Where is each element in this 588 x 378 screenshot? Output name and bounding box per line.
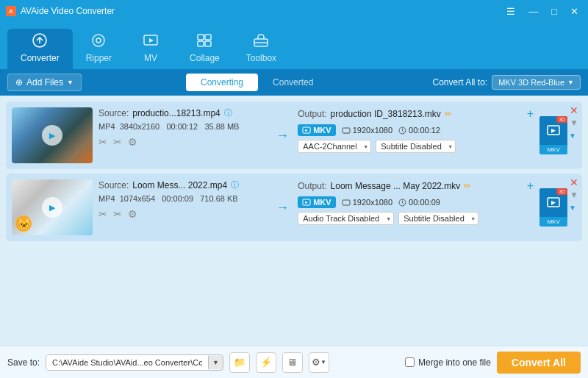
folder-icon: 📁: [234, 357, 245, 368]
output-thumb-badge-1: 3D: [556, 116, 567, 123]
settings-btn[interactable]: ⚙ ▼: [309, 352, 329, 373]
merge-label: Merge into one file: [418, 357, 491, 368]
svg-point-1: [93, 35, 104, 46]
tab-converted[interactable]: Converted: [258, 74, 328, 91]
title-bar-close-btn[interactable]: ✕: [567, 4, 582, 18]
subtitle-select-1[interactable]: Subtitle Disabled: [376, 140, 456, 153]
tab-converting[interactable]: Converting: [186, 74, 258, 91]
merge-checkbox-group: Merge into one file: [405, 357, 491, 368]
save-to-label: Save to:: [7, 357, 40, 368]
audio-track-select-1[interactable]: AAC-2Channel: [298, 140, 371, 153]
file-meta-1: MP4 3840x2160 00:00:12 35.88 MB: [98, 122, 267, 131]
convert-format-arrow-icon: ▼: [567, 79, 574, 86]
settings-icon-2[interactable]: ⚙: [128, 208, 137, 220]
subtitle-dropdown-1[interactable]: Subtitle Disabled: [376, 140, 456, 153]
add-output-icon-1[interactable]: +: [527, 107, 534, 121]
subtitle-dropdown-2[interactable]: Subtitle Disabled: [398, 212, 478, 225]
flash-btn[interactable]: ⚡: [256, 352, 276, 373]
output-format-row-1: MKV 1920x1080 00:00:12: [298, 124, 534, 136]
edit-icon-2[interactable]: ✏: [464, 181, 471, 191]
file-thumb-2[interactable]: 🐱 ▶: [12, 179, 93, 235]
file-meta-2: MP4 1074x654 00:00:09 710.68 KB: [98, 194, 267, 203]
nav-label-converter: Converter: [21, 53, 60, 63]
cut-icon-1[interactable]: ✂: [98, 136, 107, 148]
play-button-1[interactable]: ▶: [42, 125, 62, 146]
remove-btn-2[interactable]: ✕: [570, 177, 578, 188]
nav-label-toolbox: Toolbox: [246, 53, 276, 63]
screen-btn[interactable]: 🖥: [282, 352, 303, 373]
expand-btn-1[interactable]: ▼: [570, 118, 578, 128]
svg-rect-6: [198, 41, 204, 46]
add-files-arrow-icon: ▼: [67, 79, 74, 86]
convert-format-dropdown[interactable]: MKV 3D Red-Blue ▼: [492, 75, 581, 90]
play-button-2[interactable]: ▶: [42, 197, 62, 218]
output-duration-1: 00:00:12: [398, 126, 440, 135]
nav-item-toolbox[interactable]: Toolbox: [233, 29, 290, 69]
expand-btn-2[interactable]: ▼: [570, 190, 578, 200]
title-bar-menu-icon[interactable]: ☰: [503, 4, 519, 18]
scissors-icon-1[interactable]: ✂: [113, 136, 122, 148]
subtitle-select-2[interactable]: Subtitle Disabled: [398, 212, 478, 225]
svg-rect-11: [343, 128, 350, 133]
output-format-badge-1: MKV: [298, 124, 335, 136]
output-duration-2: 00:00:09: [398, 198, 440, 207]
file-info-2: Source: Loom Mess... 2022.mp4 ⓘ MP4 1074…: [98, 179, 267, 235]
screen-icon: 🖥: [287, 357, 297, 368]
output-thumb-expand-2[interactable]: ▼: [569, 204, 576, 212]
cut-icon-2[interactable]: ✂: [98, 208, 107, 220]
add-files-button[interactable]: ⊕ Add Files ▼: [7, 74, 82, 91]
plus-icon: ⊕: [15, 77, 23, 88]
scissors-icon-2[interactable]: ✂: [113, 208, 122, 220]
nav-item-ripper[interactable]: Ripper: [73, 29, 125, 69]
output-thumb-2[interactable]: 3D MKV: [539, 188, 567, 227]
mv-icon: [143, 33, 159, 50]
title-bar-left: A AVAide Video Converter: [6, 6, 115, 16]
toolbox-icon: [253, 33, 269, 50]
file-card-2: 🐱 ▶ Source: Loom Mess... 2022.mp4 ⓘ MP4 …: [6, 174, 582, 241]
file-thumb-1[interactable]: ▶: [12, 107, 93, 163]
folder-btn[interactable]: 📁: [229, 352, 250, 373]
arrow-col-1: →: [273, 107, 292, 163]
nav-item-collage[interactable]: Collage: [176, 29, 233, 69]
convert-all-to-label: Convert All to:: [433, 77, 488, 88]
save-path-input[interactable]: [46, 355, 208, 370]
output-header-1: Output: production ID_3818213.mkv ✏ +: [298, 107, 534, 121]
collage-icon: [196, 33, 212, 50]
merge-checkbox[interactable]: [405, 357, 415, 367]
output-thumb-expand-1[interactable]: ▼: [569, 132, 576, 140]
info-icon-2[interactable]: ⓘ: [231, 179, 239, 190]
app-logo-icon: A: [6, 6, 16, 16]
svg-point-2: [96, 38, 101, 43]
source-label-2: Source:: [98, 180, 129, 190]
output-label-1: Output:: [298, 109, 326, 119]
nav-bar: Converter Ripper MV Collag: [0, 22, 588, 69]
svg-rect-7: [205, 41, 211, 46]
svg-rect-4: [198, 35, 204, 40]
audio-track-dropdown-2[interactable]: Audio Track Disabled: [298, 212, 394, 225]
output-thumb-1[interactable]: 3D MKV: [539, 116, 567, 154]
app-title: AVAide Video Converter: [21, 6, 115, 16]
info-icon-1[interactable]: ⓘ: [224, 107, 232, 118]
convert-all-button[interactable]: Convert All: [497, 352, 581, 374]
toolbar: ⊕ Add Files ▼ Converting Converted Conve…: [0, 69, 588, 96]
title-bar-maximize-btn[interactable]: □: [548, 4, 561, 18]
file-info-1: Source: productio...18213.mp4 ⓘ MP4 3840…: [98, 107, 267, 163]
save-path-dropdown[interactable]: ▼: [208, 356, 223, 369]
edit-icon-1[interactable]: ✏: [445, 109, 452, 119]
settings-icon-1[interactable]: ⚙: [128, 136, 137, 148]
convert-arrow-icon-1: →: [276, 128, 289, 143]
bottom-bar: Save to: ▼ 📁 ⚡ 🖥 ⚙ ▼ Merge into one file…: [0, 346, 588, 378]
nav-item-mv[interactable]: MV: [125, 29, 176, 69]
title-bar-minimize-btn[interactable]: —: [525, 4, 542, 18]
audio-track-select-2[interactable]: Audio Track Disabled: [298, 212, 394, 225]
output-thumb-badge-2: 3D: [556, 188, 567, 195]
remove-btn-1[interactable]: ✕: [570, 105, 578, 115]
add-output-icon-2[interactable]: +: [527, 179, 534, 193]
nav-label-ripper: Ripper: [86, 53, 112, 63]
audio-track-dropdown-1[interactable]: AAC-2Channel: [298, 140, 371, 153]
output-resolution-2: 1920x1080: [342, 198, 392, 207]
title-bar-controls: ☰ — □ ✕: [503, 4, 582, 18]
nav-item-converter[interactable]: Converter: [7, 29, 73, 69]
output-options-row-2: Audio Track Disabled Subtitle Disabled: [298, 212, 534, 225]
source-name-2: Loom Mess... 2022.mp4: [132, 180, 227, 190]
